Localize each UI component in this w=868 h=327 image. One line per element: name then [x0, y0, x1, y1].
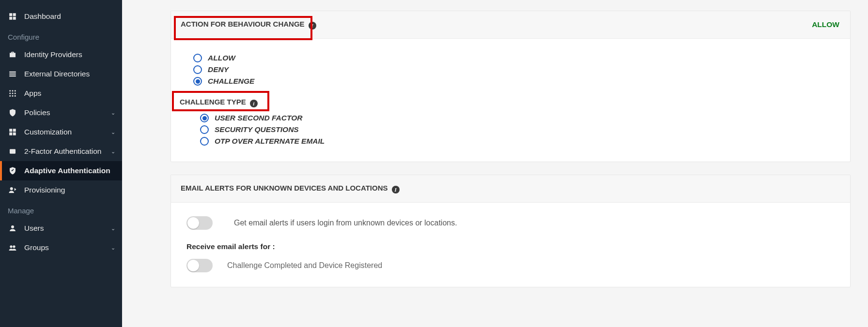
alerts-card-header: EMAIL ALERTS FOR UNKNOWN DEVICES AND LOC…	[171, 175, 850, 203]
svg-point-10	[9, 93, 11, 94]
sidebar-item-label: Adaptive Authentication	[24, 166, 110, 175]
sidebar-item-groups[interactable]: Groups ⌄	[0, 238, 122, 257]
sidebar-item-label: Identity Providers	[24, 50, 82, 59]
sidebar-item-label: Groups	[24, 243, 49, 252]
radio-icon	[200, 125, 209, 134]
info-icon[interactable]: i	[392, 186, 400, 193]
info-icon[interactable]: i	[250, 100, 258, 107]
group-icon	[8, 243, 17, 253]
svg-rect-6	[9, 75, 16, 76]
sidebar-item-label: Provisioning	[24, 186, 65, 194]
svg-point-21	[10, 187, 13, 190]
main-content: ACTION FOR BEHAVIOUR CHANGE i ALLOW ALLO…	[122, 0, 868, 327]
sidebar-item-provisioning[interactable]: Provisioning	[0, 180, 122, 200]
svg-point-14	[12, 95, 14, 97]
radio-icon	[200, 137, 209, 146]
chevron-down-icon: ⌄	[111, 110, 115, 116]
chevron-down-icon: ⌄	[111, 149, 115, 155]
email-alerts-card: EMAIL ALERTS FOR UNKNOWN DEVICES AND LOC…	[170, 175, 851, 287]
sidebar-item-customization[interactable]: Customization ⌄	[0, 122, 122, 142]
svg-rect-20	[10, 149, 16, 153]
sidebar-item-adaptive-authentication[interactable]: Adaptive Authentication	[0, 161, 122, 180]
svg-rect-18	[9, 133, 12, 135]
radio-label: DENY	[208, 65, 229, 74]
action-card-title: ACTION FOR BEHAVIOUR CHANGE	[181, 20, 305, 28]
shield-icon	[8, 108, 17, 118]
sidebar-item-label: Dashboard	[24, 12, 61, 21]
list-icon	[8, 69, 17, 79]
svg-rect-16	[9, 129, 12, 132]
challenge-type-heading: CHALLENGE TYPE i	[180, 98, 259, 107]
svg-point-12	[15, 93, 16, 94]
radio-second-factor[interactable]: USER SECOND FACTOR	[200, 112, 839, 124]
action-behaviour-card: ACTION FOR BEHAVIOUR CHANGE i ALLOW ALLO…	[170, 11, 851, 162]
radio-security-questions[interactable]: SECURITY QUESTIONS	[200, 124, 839, 135]
svg-rect-1	[13, 13, 16, 16]
toggle-knob	[187, 217, 199, 229]
sidebar-item-identity-providers[interactable]: Identity Providers	[0, 45, 122, 64]
svg-rect-5	[9, 74, 16, 74]
sidebar-item-label: 2-Factor Authentication	[24, 147, 101, 156]
radio-otp-email[interactable]: OTP OVER ALTERNATE EMAIL	[200, 135, 839, 147]
sidebar-item-apps[interactable]: Apps	[0, 84, 122, 103]
action-card-body: ALLOW DENY CHALLENGE CHALLENGE TYPE i	[171, 39, 850, 162]
radio-label: ALLOW	[208, 54, 235, 62]
sidebar-item-label: Apps	[24, 89, 41, 98]
chevron-down-icon: ⌄	[111, 129, 115, 135]
grid-icon	[8, 89, 17, 98]
radio-deny[interactable]: DENY	[193, 64, 839, 75]
challenge-completed-toggle[interactable]	[186, 259, 213, 272]
radio-icon	[193, 65, 202, 74]
svg-rect-3	[13, 17, 16, 20]
sidebar-item-users[interactable]: Users ⌄	[0, 219, 122, 238]
alert-option-label: Challenge Completed and Device Registere…	[227, 261, 382, 270]
svg-rect-2	[9, 17, 12, 20]
briefcase-icon	[8, 50, 17, 59]
sidebar-item-two-factor[interactable]: 2-Factor Authentication ⌄	[0, 142, 122, 161]
sidebar-item-policies[interactable]: Policies ⌄	[0, 103, 122, 122]
chevron-down-icon: ⌄	[111, 225, 115, 232]
chevron-down-icon: ⌄	[111, 245, 115, 251]
radio-icon	[193, 54, 202, 62]
radio-label: SECURITY QUESTIONS	[215, 125, 299, 134]
sidebar-section-manage: Manage	[0, 203, 122, 219]
svg-point-13	[9, 95, 11, 97]
challenge-type-title: CHALLENGE TYPE	[180, 98, 246, 106]
alerts-card-body: Get email alerts if users login from unk…	[171, 203, 850, 287]
keypad-icon	[8, 147, 17, 156]
svg-rect-0	[9, 13, 12, 16]
radio-challenge[interactable]: CHALLENGE	[193, 75, 839, 87]
radio-label: USER SECOND FACTOR	[215, 114, 302, 122]
radio-label: OTP OVER ALTERNATE EMAIL	[215, 137, 325, 146]
email-alerts-toggle[interactable]	[186, 216, 213, 230]
svg-point-22	[11, 225, 14, 228]
svg-rect-4	[9, 72, 16, 73]
user-icon	[8, 223, 17, 233]
sidebar-item-dashboard[interactable]: Dashboard	[0, 7, 122, 26]
sidebar-item-label: Customization	[24, 128, 72, 136]
provisioning-icon	[8, 185, 17, 195]
svg-point-15	[15, 95, 16, 97]
sidebar-item-label: External Directories	[24, 70, 90, 78]
svg-point-23	[10, 245, 12, 248]
radio-icon	[200, 114, 209, 122]
sidebar-item-label: Policies	[24, 108, 50, 117]
svg-point-8	[12, 90, 14, 91]
puzzle-icon	[8, 127, 17, 137]
toggle-knob	[187, 260, 199, 271]
shield-check-icon	[8, 166, 17, 176]
svg-point-9	[15, 90, 16, 91]
svg-rect-19	[13, 133, 16, 135]
svg-point-7	[9, 90, 11, 91]
sidebar-item-label: Users	[24, 224, 44, 233]
info-icon[interactable]: i	[309, 22, 316, 30]
svg-rect-17	[13, 129, 16, 132]
sidebar: Dashboard Configure Identity Providers E…	[0, 0, 122, 327]
svg-point-11	[12, 93, 14, 94]
dashboard-icon	[8, 12, 17, 21]
radio-label: CHALLENGE	[208, 77, 254, 86]
radio-allow[interactable]: ALLOW	[193, 52, 839, 64]
sidebar-item-external-directories[interactable]: External Directories	[0, 64, 122, 84]
sidebar-section-configure: Configure	[0, 29, 122, 45]
receive-alerts-heading: Receive email alerts for :	[186, 242, 839, 251]
